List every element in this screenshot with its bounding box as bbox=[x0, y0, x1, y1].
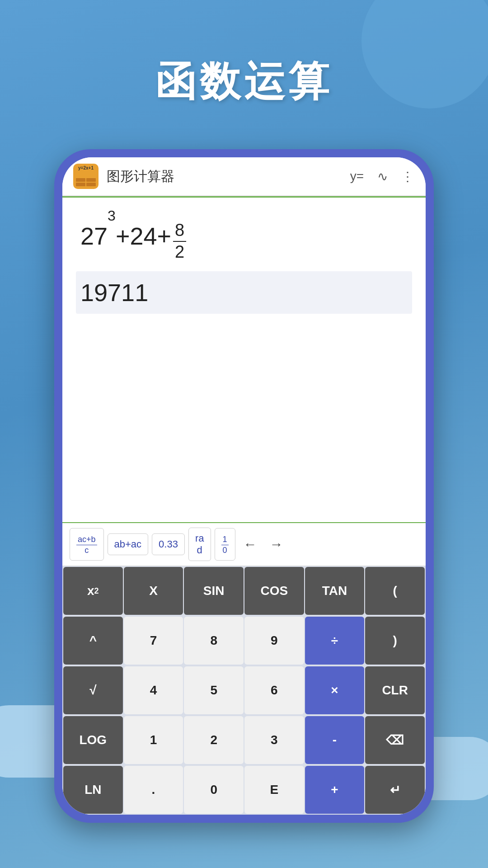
result-value: 19711 bbox=[80, 278, 408, 307]
keyboard: x2 X SIN COS TAN ( ^ 7 8 9 ÷ ) √ 4 5 bbox=[62, 566, 426, 815]
key-x[interactable]: X bbox=[124, 567, 183, 615]
key-enter[interactable]: ↵ bbox=[365, 766, 425, 814]
expression-area: 273+24+ 8 2 bbox=[76, 211, 412, 271]
key-7[interactable]: 7 bbox=[124, 617, 183, 665]
wave-icon[interactable]: ∿ bbox=[377, 169, 388, 184]
topbar-icons: y= ∿ ⋮ bbox=[350, 169, 415, 184]
shortcut-distribute[interactable]: ab+ac bbox=[108, 533, 149, 555]
key-x2[interactable]: x2 bbox=[63, 567, 123, 615]
shortcut-frac2-display: 1 0 bbox=[221, 534, 229, 556]
shortcut-fraction[interactable]: ac+b c bbox=[70, 528, 104, 561]
key-sqrt[interactable]: √ bbox=[63, 666, 123, 714]
key-multiply[interactable]: × bbox=[305, 666, 365, 714]
key-8[interactable]: 8 bbox=[184, 617, 244, 665]
app-icon-cell bbox=[76, 183, 85, 186]
shortcut-frac-bottom: c bbox=[83, 545, 90, 556]
app-title: 图形计算器 bbox=[107, 167, 174, 186]
key-open-paren[interactable]: ( bbox=[365, 567, 425, 615]
shortcut-rad[interactable]: rad bbox=[188, 528, 211, 561]
result-area: 19711 bbox=[76, 271, 412, 314]
app-icon-grid bbox=[76, 178, 96, 186]
shortcut-rad-label: rad bbox=[195, 533, 204, 556]
key-row-2: ^ 7 8 9 ÷ ) bbox=[62, 616, 426, 665]
app-icon-cell bbox=[86, 183, 96, 186]
calc-display: 273+24+ 8 2 19711 bbox=[62, 198, 426, 522]
shortcut-frac-top: ac+b bbox=[76, 534, 97, 545]
key-6[interactable]: 6 bbox=[244, 666, 304, 714]
app-icon-cell bbox=[86, 178, 96, 182]
shortcut-bar: ac+b c ab+ac 0.33 rad 1 0 ← → bbox=[62, 522, 426, 566]
key-9[interactable]: 9 bbox=[244, 617, 304, 665]
key-dot[interactable]: . bbox=[124, 766, 183, 814]
shortcut-frac2-bottom: 0 bbox=[221, 545, 229, 556]
key-e[interactable]: E bbox=[244, 766, 304, 814]
key-row-4: LOG 1 2 3 - ⌫ bbox=[62, 715, 426, 765]
key-backspace[interactable]: ⌫ bbox=[365, 716, 425, 764]
expr-frac-numerator: 8 bbox=[173, 220, 186, 242]
key-sin[interactable]: SIN bbox=[184, 567, 244, 615]
app-icon: y=2x+1 bbox=[73, 164, 99, 189]
key-2[interactable]: 2 bbox=[184, 716, 244, 764]
expr-plus24: +24+ bbox=[116, 220, 171, 252]
key-tan[interactable]: TAN bbox=[305, 567, 365, 615]
key-minus[interactable]: - bbox=[305, 716, 365, 764]
key-5[interactable]: 5 bbox=[184, 666, 244, 714]
shortcut-left-arrow[interactable]: ← bbox=[239, 533, 262, 556]
shortcut-decimal-label: 0.33 bbox=[159, 538, 178, 550]
phone-inner: y=2x+1 图形计算器 y= ∿ ⋮ 273+24+ bbox=[62, 157, 426, 815]
key-plus[interactable]: + bbox=[305, 766, 365, 814]
key-ln[interactable]: LN bbox=[63, 766, 123, 814]
key-close-paren[interactable]: ) bbox=[365, 617, 425, 665]
key-row-1: x2 X SIN COS TAN ( bbox=[62, 566, 426, 616]
expr-27: 27 bbox=[80, 220, 108, 252]
key-log[interactable]: LOG bbox=[63, 716, 123, 764]
page-title: 函数运算 bbox=[0, 54, 488, 109]
key-clr[interactable]: CLR bbox=[365, 666, 425, 714]
shortcut-distribute-label: ab+ac bbox=[114, 538, 142, 550]
function-graph-icon[interactable]: y= bbox=[350, 169, 364, 184]
shortcut-frac-display: ac+b c bbox=[76, 534, 97, 556]
key-power[interactable]: ^ bbox=[63, 617, 123, 665]
key-3[interactable]: 3 bbox=[244, 716, 304, 764]
app-topbar: y=2x+1 图形计算器 y= ∿ ⋮ bbox=[62, 157, 426, 196]
app-icon-formula: y=2x+1 bbox=[73, 165, 99, 170]
menu-icon[interactable]: ⋮ bbox=[401, 169, 415, 184]
key-4[interactable]: 4 bbox=[124, 666, 183, 714]
key-row-5: LN . 0 E + ↵ bbox=[62, 765, 426, 815]
key-divide[interactable]: ÷ bbox=[305, 617, 365, 665]
key-row-3: √ 4 5 6 × CLR bbox=[62, 665, 426, 715]
key-cos[interactable]: COS bbox=[244, 567, 304, 615]
key-1[interactable]: 1 bbox=[124, 716, 183, 764]
expr-frac-denominator: 2 bbox=[173, 242, 186, 263]
key-0[interactable]: 0 bbox=[184, 766, 244, 814]
shortcut-right-arrow[interactable]: → bbox=[265, 533, 288, 556]
expr-fraction: 8 2 bbox=[173, 220, 186, 262]
app-icon-cell bbox=[76, 178, 85, 182]
shortcut-frac2-top: 1 bbox=[221, 534, 229, 545]
phone-frame: y=2x+1 图形计算器 y= ∿ ⋮ 273+24+ bbox=[54, 149, 434, 823]
expression-line: 273+24+ 8 2 bbox=[80, 220, 408, 262]
shortcut-decimal[interactable]: 0.33 bbox=[152, 533, 185, 555]
shortcut-fraction2[interactable]: 1 0 bbox=[215, 528, 235, 561]
